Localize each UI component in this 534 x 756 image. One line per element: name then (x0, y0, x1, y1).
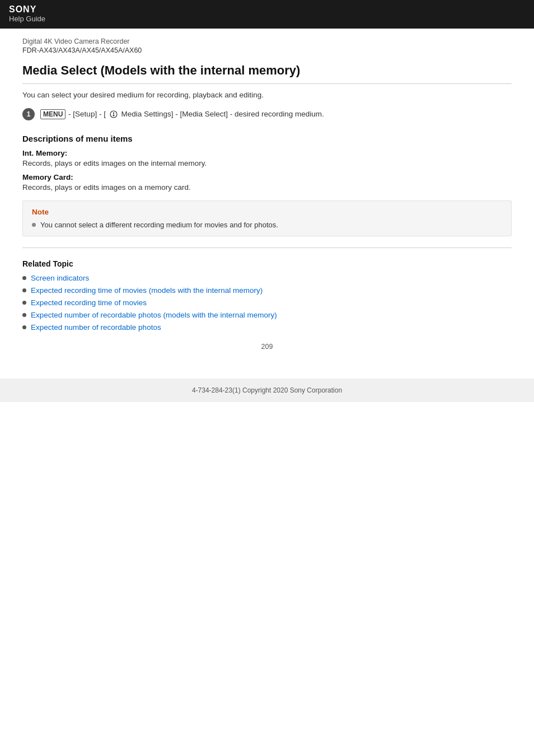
list-item: Expected recording time of movies (22, 298, 512, 307)
page-title: Media Select (Models with the internal m… (22, 63, 512, 84)
note-item: You cannot select a different recording … (32, 221, 502, 229)
related-topic-list: Screen indicators Expected recording tim… (22, 274, 512, 332)
desc-int-memory: Records, plays or edits images on the in… (22, 159, 512, 167)
svg-point-1 (113, 115, 114, 116)
term-int-memory: Int. Memory: (22, 149, 512, 157)
bullet-icon-2 (22, 301, 26, 305)
section-divider (22, 248, 512, 248)
header: SONY Help Guide (0, 0, 534, 29)
related-link-3[interactable]: Expected number of recordable photos (mo… (31, 311, 277, 319)
product-category: Digital 4K Video Camera Recorder (22, 38, 512, 45)
related-link-4[interactable]: Expected number of recordable photos (31, 323, 161, 332)
term-memory-card: Memory Card: (22, 173, 512, 181)
bullet-icon-1 (22, 288, 26, 292)
related-link-2[interactable]: Expected recording time of movies (31, 298, 147, 307)
main-content: Digital 4K Video Camera Recorder FDR-AX4… (0, 29, 534, 367)
note-label: Note (32, 208, 502, 216)
menu-key-label: MENU (40, 109, 65, 119)
step-text: - [Setup] - [ Media Settings] - [Media S… (68, 110, 324, 118)
bullet-icon-3 (22, 313, 26, 317)
footer-copyright: 4-734-284-23(1) Copyright 2020 Sony Corp… (192, 386, 342, 394)
list-item: Expected number of recordable photos (22, 323, 512, 332)
list-item: Screen indicators (22, 274, 512, 282)
related-topic-heading: Related Topic (22, 259, 512, 268)
list-item: Expected number of recordable photos (mo… (22, 311, 512, 319)
related-link-1[interactable]: Expected recording time of movies (model… (31, 286, 263, 295)
bullet-icon-4 (22, 325, 26, 329)
step-number: 1 (22, 108, 35, 120)
page-number: 209 (22, 343, 512, 356)
note-text: You cannot select a different recording … (40, 221, 278, 229)
media-settings-icon (109, 110, 118, 119)
footer: 4-734-284-23(1) Copyright 2020 Sony Corp… (0, 379, 534, 402)
intro-text: You can select your desired medium for r… (22, 91, 512, 99)
list-item: Expected recording time of movies (model… (22, 286, 512, 295)
step-block: 1 MENU - [Setup] - [ Media Settings] - [… (22, 108, 512, 120)
note-bullet-icon (32, 223, 36, 227)
bullet-icon-0 (22, 276, 26, 280)
step-instruction: MENU - [Setup] - [ Media Settings] - [Me… (40, 109, 324, 119)
descriptions-heading: Descriptions of menu items (22, 134, 512, 143)
related-link-0[interactable]: Screen indicators (31, 274, 89, 282)
desc-memory-card: Records, plays or edits images on a memo… (22, 183, 512, 192)
note-box: Note You cannot select a different recor… (22, 200, 512, 236)
brand-logo: SONY (9, 4, 525, 15)
help-guide-label: Help Guide (9, 15, 525, 23)
product-models: FDR-AX43/AX43A/AX45/AX45A/AX60 (22, 46, 512, 54)
